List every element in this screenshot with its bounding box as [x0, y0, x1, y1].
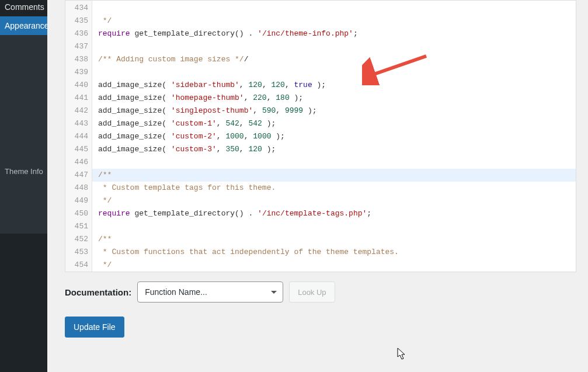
select-placeholder: Function Name...	[145, 287, 207, 297]
code-line[interactable]: /**	[92, 169, 576, 182]
code-line[interactable]: add_image_size( 'custom-3', 350, 120 );	[98, 143, 572, 156]
line-number: 434	[65, 2, 92, 15]
line-number: 444	[65, 130, 92, 143]
code-line[interactable]: require get_template_directory() . '/inc…	[98, 207, 572, 220]
sidebar-item-label: Comments	[5, 2, 44, 12]
line-number: 439	[65, 66, 92, 79]
line-number: 438	[65, 53, 92, 66]
line-number: 447	[65, 169, 92, 182]
line-number: 451	[65, 220, 92, 233]
code-line[interactable]	[98, 156, 572, 169]
code-line[interactable]: add_image_size( 'sidebar-thumb', 120, 12…	[98, 79, 572, 92]
code-text-area[interactable]: */require get_template_directory() . '/i…	[92, 1, 576, 272]
sidebar-subitem-label: Theme Info	[5, 167, 43, 176]
content-area: 4344354364374384394404414424434444454464…	[47, 0, 588, 372]
code-line[interactable]: add_image_size( 'custom-1', 542, 542 );	[98, 117, 572, 130]
line-number: 455	[65, 272, 92, 272]
code-line[interactable]	[98, 2, 572, 15]
admin-sidebar: Comments Appearance Theme Info	[0, 0, 47, 372]
line-number: 449	[65, 194, 92, 207]
code-line[interactable]: add_image_size( 'homepage-thumb', 220, 1…	[98, 92, 572, 105]
code-line[interactable]	[98, 220, 572, 233]
sidebar-item-label: Appearance	[5, 21, 47, 30]
line-number-gutter: 4344354364374384394404414424434444454464…	[65, 1, 92, 272]
line-number: 435	[65, 15, 92, 27]
sidebar-item-appearance[interactable]: Appearance	[0, 16, 47, 35]
documentation-label: Documentation:	[65, 287, 131, 297]
line-number: 450	[65, 207, 92, 220]
code-line[interactable]: */	[98, 194, 572, 207]
line-number: 454	[65, 259, 92, 272]
code-line[interactable]: * Custom functions that act independentl…	[98, 246, 572, 259]
function-name-select[interactable]: Function Name...	[137, 281, 283, 303]
line-number: 452	[65, 233, 92, 246]
code-line[interactable]: require get_template_directory() . '/inc…	[98, 27, 572, 40]
code-line[interactable]: /**	[98, 233, 572, 246]
lookup-button[interactable]: Look Up	[289, 281, 335, 303]
sidebar-submenu: Theme Info	[0, 35, 47, 234]
line-number: 453	[65, 246, 92, 259]
update-file-button[interactable]: Update File	[65, 317, 124, 338]
line-number: 446	[65, 156, 92, 169]
line-number: 448	[65, 182, 92, 194]
line-number: 437	[65, 40, 92, 53]
code-line[interactable]: */	[98, 259, 572, 272]
line-number: 443	[65, 117, 92, 130]
code-line[interactable]: */	[98, 15, 572, 27]
line-number: 445	[65, 143, 92, 156]
line-number: 440	[65, 79, 92, 92]
documentation-bar: Documentation: Function Name... Look Up	[65, 281, 576, 303]
line-number: 436	[65, 27, 92, 40]
code-line[interactable]: * Custom template tags for this theme.	[98, 182, 572, 194]
sidebar-subitem-theme-info[interactable]: Theme Info	[5, 164, 43, 179]
code-line[interactable]	[98, 40, 572, 53]
line-number: 441	[65, 92, 92, 105]
sidebar-item-comments[interactable]: Comments	[0, 0, 47, 16]
line-number: 442	[65, 105, 92, 117]
code-editor[interactable]: 4344354364374384394404414424434444454464…	[65, 0, 576, 272]
code-line[interactable]	[98, 66, 572, 79]
code-line[interactable]: /** Adding custom image sizes *//	[98, 53, 572, 66]
code-line[interactable]: add_image_size( 'custom-2', 1000, 1000 )…	[98, 130, 572, 143]
code-line[interactable]: add_image_size( 'singlepost-thumb', 590,…	[98, 105, 572, 117]
